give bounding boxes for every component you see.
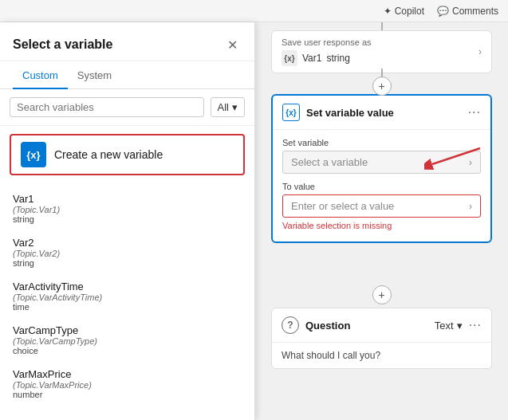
save-response-content: Save user response as {x} Var1 string — [282, 37, 372, 66]
filter-label: All — [218, 101, 229, 113]
var-type: string — [13, 214, 242, 224]
search-row: All ▾ — [0, 89, 254, 126]
save-response-label: Save user response as — [282, 37, 372, 47]
var-topic: (Topic.VarCampType) — [13, 336, 242, 346]
var-topic: (Topic.VarMaxPrice) — [13, 380, 242, 390]
main-area: Select a variable ✕ Custom System All ▾ — [0, 22, 508, 420]
canvas-area: Save user response as {x} Var1 string › … — [255, 22, 508, 420]
question-more-options[interactable]: ··· — [469, 318, 482, 332]
var-badge-type: string — [326, 53, 349, 64]
plus-icon: + — [378, 80, 384, 92]
add-step-button-mid[interactable]: + — [372, 77, 392, 96]
filter-button[interactable]: All ▾ — [211, 97, 245, 117]
var-topic: (Topic.Var1) — [13, 205, 242, 214]
to-value-field[interactable]: Enter or select a value › — [282, 194, 481, 218]
select-variable-panel: Select a variable ✕ Custom System All ▾ — [0, 22, 255, 420]
comments-button[interactable]: 💬 Comments — [437, 6, 498, 17]
save-response-card: Save user response as {x} Var1 string › — [271, 30, 492, 73]
close-icon: ✕ — [227, 37, 238, 53]
var-type: choice — [13, 346, 242, 355]
chevron-down-icon: ▾ — [457, 320, 463, 332]
add-step-button-bottom[interactable]: + — [372, 285, 392, 304]
set-var-icon: {x} — [282, 104, 300, 121]
question-text: What should I call you? — [282, 350, 380, 361]
comments-label: Comments — [452, 6, 498, 17]
var-name: Var1 — [13, 193, 242, 205]
error-message: Variable selection is missing — [282, 221, 481, 230]
panel-header: Select a variable ✕ — [0, 22, 254, 61]
type-label: Text — [435, 320, 454, 332]
chevron-down-icon: ▾ — [232, 101, 238, 113]
tabs: Custom System — [0, 61, 254, 89]
question-body: What should I call you? — [272, 343, 491, 368]
set-var-header: {x} Set variable value ··· — [273, 96, 490, 130]
question-header: ? Question Text ▾ ··· — [272, 308, 491, 343]
create-new-variable-button[interactable]: {x} Create a new variable — [10, 134, 245, 175]
close-button[interactable]: ✕ — [222, 35, 242, 54]
to-value-label: To value — [282, 182, 481, 191]
var-name: VarActivityTime — [13, 281, 242, 292]
create-var-icon: {x} — [21, 142, 46, 167]
create-new-label: Create a new variable — [54, 148, 163, 161]
value-placeholder: Enter or select a value — [291, 200, 394, 212]
list-item[interactable]: Var2 (Topic.Var2) string — [0, 230, 254, 274]
chevron-right-icon: › — [478, 46, 482, 57]
var-name: VarCampType — [13, 324, 242, 336]
var-name: VarMaxPrice — [13, 368, 242, 380]
list-item[interactable]: VarMaxPrice (Topic.VarMaxPrice) number — [0, 362, 254, 406]
select-var-placeholder: Select a variable — [291, 156, 368, 168]
text-type-row[interactable]: Text ▾ — [435, 320, 463, 332]
variable-list: Var1 (Topic.Var1) string Var2 (Topic.Var… — [0, 183, 254, 420]
copilot-icon: ✦ — [384, 6, 392, 17]
list-item[interactable]: VarActivityTime (Topic.VarActivityTime) … — [0, 274, 254, 318]
var-topic: (Topic.Var2) — [13, 249, 242, 258]
chevron-right-icon: › — [469, 201, 472, 212]
svg-line-1 — [432, 148, 480, 164]
more-options-button[interactable]: ··· — [468, 105, 481, 120]
question-icon: ? — [282, 316, 299, 334]
tab-system[interactable]: System — [68, 61, 121, 89]
list-item[interactable]: Var1 (Topic.Var1) string — [0, 186, 254, 230]
search-input[interactable] — [17, 101, 197, 113]
copilot-label: Copilot — [395, 6, 424, 17]
set-var-title: Set variable value — [306, 107, 462, 119]
tab-custom[interactable]: Custom — [13, 61, 68, 89]
question-card: ? Question Text ▾ ··· What should I call… — [271, 308, 492, 369]
var-badge-name: Var1 — [302, 53, 321, 64]
var-type: string — [13, 258, 242, 268]
comments-icon: 💬 — [437, 6, 449, 17]
var-topic: (Topic.VarActivityTime) — [13, 292, 242, 302]
search-input-wrap[interactable] — [10, 97, 204, 117]
var-type: time — [13, 302, 242, 312]
list-item[interactable]: VarCampType (Topic.VarCampType) choice — [0, 318, 254, 362]
top-bar: ✦ Copilot 💬 Comments — [0, 0, 508, 22]
var-badge-row: {x} Var1 string — [282, 50, 372, 66]
plus-icon: + — [378, 289, 384, 301]
panel-title: Select a variable — [13, 37, 112, 52]
copilot-button[interactable]: ✦ Copilot — [384, 6, 424, 17]
var-name: Var2 — [13, 237, 242, 249]
var-type: number — [13, 390, 242, 399]
red-arrow-annotation — [424, 140, 488, 172]
question-title: Question — [305, 320, 428, 332]
var-badge-icon: {x} — [282, 50, 297, 66]
